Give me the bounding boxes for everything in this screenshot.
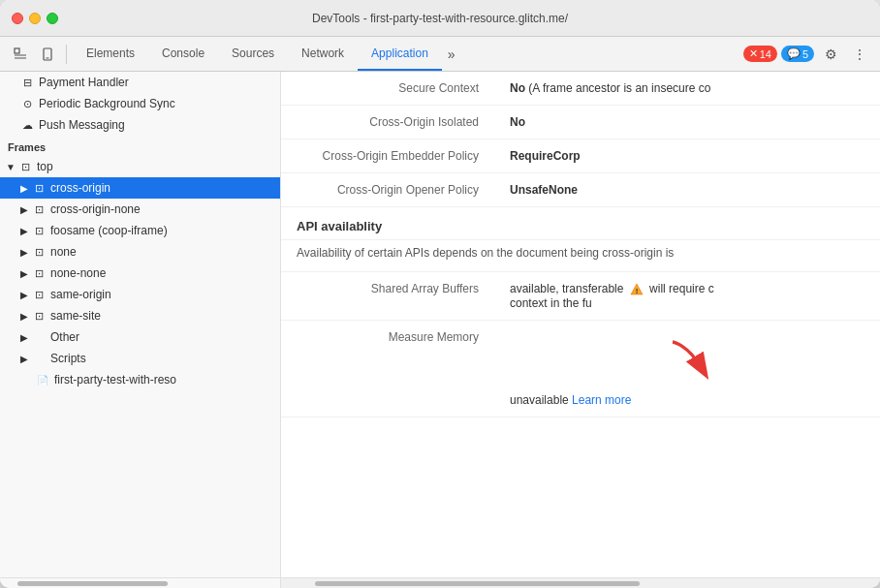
tab-overflow[interactable]: »	[442, 37, 461, 71]
tab-console[interactable]: Console	[148, 37, 218, 71]
payment-handler-label: Payment Handler	[39, 76, 129, 89]
sidebar-item-foosame[interactable]: ▶ ⊡ foosame (coop-iframe)	[0, 220, 280, 241]
shared-array-buffers-row: Shared Array Buffers available, transfer…	[281, 272, 880, 320]
sidebar-item-none-none[interactable]: ▶ ⊡ none-none	[0, 263, 280, 284]
measure-memory-label: Measure Memory	[281, 320, 494, 417]
embedder-policy-text: RequireCorp	[510, 149, 581, 163]
error-count-badge[interactable]: ✕ 14	[743, 46, 777, 62]
opener-policy-label: Cross-Origin Opener Policy	[281, 173, 494, 207]
foosame-arrow: ▶	[17, 224, 31, 237]
sidebar-item-cross-origin[interactable]: ▶ ⊡ cross-origin	[0, 177, 280, 199]
payment-icon: ⊟	[19, 75, 35, 90]
toolbar: Elements Console Sources Network Applica…	[0, 37, 880, 72]
sidebar-item-first-party[interactable]: 📄 first-party-test-with-reso	[0, 369, 280, 390]
secure-context-row: Secure Context No (A frame ancestor is a…	[281, 72, 880, 106]
secure-context-no: No	[510, 81, 525, 95]
embedder-policy-label: Cross-Origin Embedder Policy	[281, 139, 494, 173]
sidebar-item-cross-origin-none[interactable]: ▶ ⊡ cross-origin-none	[0, 199, 280, 220]
secure-context-extra: (A frame ancestor is an insecure co	[528, 81, 710, 95]
sab-available-text: available, transferable	[510, 282, 623, 295]
scripts-icon	[31, 351, 47, 366]
learn-more-link[interactable]: Learn more	[572, 393, 631, 407]
content-scrollbar-thumb	[315, 581, 641, 586]
red-arrow-svg	[658, 334, 716, 383]
tab-application[interactable]: Application	[358, 37, 442, 71]
content-scrollbar-track	[281, 578, 880, 588]
secure-context-value: No (A frame ancestor is an insecure co	[494, 72, 880, 106]
minimize-button[interactable]	[29, 13, 41, 24]
arrow-annotation	[510, 330, 864, 393]
sidebar-item-none[interactable]: ▶ ⊡ none	[0, 241, 280, 263]
sidebar-scrollbar-thumb	[17, 581, 168, 586]
message-icon: 💬	[787, 47, 801, 60]
none-arrow: ▶	[17, 245, 31, 259]
scripts-arrow: ▶	[17, 352, 31, 365]
sidebar-item-same-origin[interactable]: ▶ ⊡ same-origin	[0, 284, 280, 305]
tab-elements[interactable]: Elements	[73, 37, 148, 71]
sidebar-item-top[interactable]: ▼ ⊡ top	[0, 156, 280, 177]
other-arrow: ▶	[17, 330, 31, 344]
tab-network[interactable]: Network	[288, 37, 358, 71]
secure-context-label: Secure Context	[281, 72, 494, 106]
doc-icon: 📄	[35, 372, 50, 387]
error-count: 14	[760, 48, 771, 60]
main-content: ⊟ Payment Handler ⊙ Periodic Background …	[0, 72, 880, 577]
top-arrow: ▼	[4, 160, 17, 173]
cross-origin-isolated-value: No	[494, 106, 880, 139]
tab-sources[interactable]: Sources	[218, 37, 288, 71]
sab-extra2: context in the fu	[510, 296, 592, 310]
title-bar: DevTools - first-party-test-with-resourc…	[0, 0, 880, 37]
cross-origin-isolated-row: Cross-Origin Isolated No	[281, 106, 880, 139]
frame-icon-same-origin: ⊡	[31, 287, 47, 302]
sidebar-item-scripts[interactable]: ▶ Scripts	[0, 348, 280, 369]
warning-count: 5	[802, 48, 808, 60]
info-table: Secure Context No (A frame ancestor is a…	[281, 72, 880, 207]
svg-rect-0	[15, 48, 19, 53]
maximize-button[interactable]	[47, 13, 58, 24]
api-availability-title: API availablity	[281, 207, 880, 240]
push-messaging-label: Push Messaging	[39, 118, 125, 132]
frame-icon-cross-origin: ⊡	[31, 180, 47, 196]
device-icon[interactable]	[35, 42, 60, 67]
settings-icon[interactable]: ⚙	[818, 42, 843, 67]
cross-origin-none-label: cross-origin-none	[50, 202, 141, 216]
none-none-arrow: ▶	[17, 266, 31, 280]
other-icon	[31, 329, 47, 345]
clock-icon: ⊙	[19, 96, 35, 111]
cross-origin-isolated-no: No	[510, 115, 525, 129]
sidebar-item-same-site[interactable]: ▶ ⊡ same-site	[0, 305, 280, 326]
error-icon: ✕	[749, 47, 758, 60]
sidebar-item-payment-handler[interactable]: ⊟ Payment Handler	[0, 72, 280, 93]
cross-origin-none-arrow: ▶	[17, 202, 31, 216]
first-party-label: first-party-test-with-reso	[54, 373, 176, 387]
same-origin-label: same-origin	[50, 288, 111, 301]
frame-icon-cross-origin-none: ⊡	[31, 201, 47, 217]
same-site-arrow: ▶	[17, 309, 31, 323]
frame-icon-same-site: ⊡	[31, 308, 47, 324]
sidebar-item-push-messaging[interactable]: ☁ Push Messaging	[0, 114, 280, 136]
frame-icon-top: ⊡	[17, 159, 33, 174]
traffic-lights	[12, 13, 58, 24]
opener-policy-value: UnsafeNone	[494, 173, 880, 207]
sidebar-item-periodic-bg-sync[interactable]: ⊙ Periodic Background Sync	[0, 93, 280, 114]
content-panel: Secure Context No (A frame ancestor is a…	[281, 72, 880, 577]
close-button[interactable]	[12, 13, 23, 24]
toolbar-right: ✕ 14 💬 5 ⚙ ⋮	[743, 42, 872, 67]
inspect-icon[interactable]	[8, 42, 33, 67]
cross-origin-label: cross-origin	[50, 181, 110, 195]
sidebar: ⊟ Payment Handler ⊙ Periodic Background …	[0, 72, 281, 577]
same-site-label: same-site	[50, 309, 101, 323]
sidebar-item-other[interactable]: ▶ Other	[0, 326, 280, 348]
devtools-window: DevTools - first-party-test-with-resourc…	[0, 0, 880, 588]
tab-bar: Elements Console Sources Network Applica…	[73, 37, 734, 71]
periodic-bg-sync-label: Periodic Background Sync	[39, 97, 175, 110]
cloud-icon: ☁	[19, 117, 35, 133]
more-icon[interactable]: ⋮	[847, 42, 872, 67]
same-origin-arrow: ▶	[17, 288, 31, 301]
warning-count-badge[interactable]: 💬 5	[781, 46, 814, 62]
toolbar-divider	[66, 45, 67, 64]
cross-origin-arrow: ▶	[17, 181, 31, 195]
window-title: DevTools - first-party-test-with-resourc…	[312, 12, 568, 25]
frame-icon-foosame: ⊡	[31, 223, 47, 238]
top-label: top	[37, 160, 53, 173]
